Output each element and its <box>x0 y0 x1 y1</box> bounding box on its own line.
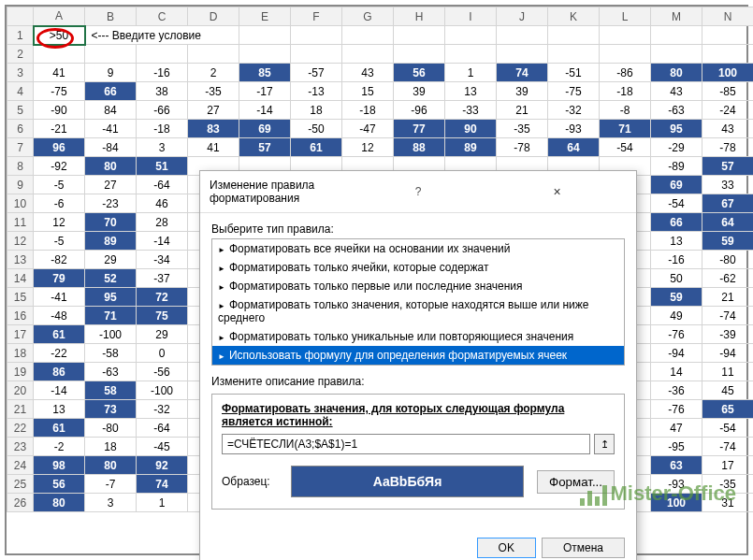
cell[interactable]: 89 <box>445 138 497 157</box>
cell[interactable]: -41 <box>85 120 137 138</box>
cell[interactable]: 1 <box>137 494 188 512</box>
ok-button[interactable]: OK <box>477 538 536 558</box>
cell[interactable]: -16 <box>651 251 702 269</box>
cell[interactable]: 0 <box>137 344 188 363</box>
cell[interactable]: -56 <box>137 363 188 381</box>
cell[interactable]: 92 <box>137 456 188 475</box>
cell[interactable]: 64 <box>702 213 754 232</box>
cell[interactable]: 43 <box>342 64 394 82</box>
cell[interactable]: -57 <box>291 64 342 82</box>
cell[interactable] <box>497 26 548 45</box>
column-header-N[interactable]: N <box>702 7 754 26</box>
cell[interactable] <box>497 45 548 64</box>
row-header-14[interactable]: 14 <box>7 269 34 288</box>
cell[interactable]: 61 <box>34 419 85 438</box>
rule-type-option[interactable]: Форматировать только значения, которые н… <box>212 295 624 327</box>
row-header-12[interactable]: 12 <box>7 232 34 251</box>
cell[interactable]: -23 <box>85 194 137 213</box>
row-header-24[interactable]: 24 <box>7 456 34 475</box>
column-header-K[interactable]: K <box>548 7 600 26</box>
cell[interactable]: 90 <box>445 120 497 138</box>
cell[interactable]: 59 <box>702 232 754 251</box>
cell[interactable]: -76 <box>651 400 702 419</box>
cell[interactable]: -16 <box>137 64 188 82</box>
cell[interactable] <box>651 26 702 45</box>
column-header-A[interactable]: A <box>34 7 85 26</box>
cell[interactable]: -76 <box>651 325 702 344</box>
cell[interactable] <box>34 45 85 64</box>
cell[interactable]: -80 <box>85 419 137 438</box>
cell[interactable]: -93 <box>548 120 600 138</box>
cell[interactable] <box>291 45 342 64</box>
cell[interactable]: 66 <box>651 213 702 232</box>
cell[interactable]: -94 <box>702 344 754 363</box>
formula-input[interactable] <box>222 434 590 454</box>
row-header-11[interactable]: 11 <box>7 213 34 232</box>
cell[interactable]: -64 <box>137 419 188 438</box>
cell[interactable]: 9 <box>85 64 137 82</box>
row-header-2[interactable]: 2 <box>7 45 34 64</box>
cell[interactable] <box>291 26 342 45</box>
cell[interactable]: 80 <box>651 64 702 82</box>
cell[interactable]: 15 <box>342 82 394 101</box>
cell[interactable]: 69 <box>651 176 702 194</box>
cell[interactable]: 100 <box>651 494 702 512</box>
cell[interactable]: 11 <box>702 363 754 381</box>
cell[interactable]: 31 <box>702 494 754 512</box>
cell[interactable]: -14 <box>239 101 291 120</box>
cell[interactable]: 13 <box>445 82 497 101</box>
column-header-B[interactable]: B <box>85 7 137 26</box>
cell[interactable]: 3 <box>137 138 188 157</box>
cell[interactable]: -86 <box>600 64 651 82</box>
cell[interactable]: -5 <box>34 176 85 194</box>
column-header-E[interactable]: E <box>239 7 291 26</box>
cell[interactable]: 2 <box>188 64 239 82</box>
cell[interactable]: 13 <box>34 400 85 419</box>
cell[interactable]: -94 <box>651 344 702 363</box>
cell[interactable]: -34 <box>137 251 188 269</box>
cell[interactable]: -48 <box>34 307 85 325</box>
cell[interactable]: 43 <box>702 120 754 138</box>
row-header-3[interactable]: 3 <box>7 64 34 82</box>
cell[interactable] <box>548 26 600 45</box>
cell[interactable]: -22 <box>34 344 85 363</box>
row-header-19[interactable]: 19 <box>7 363 34 381</box>
cell[interactable] <box>548 45 600 64</box>
rule-type-option[interactable]: Форматировать все ячейки на основании их… <box>212 239 624 258</box>
row-header-22[interactable]: 22 <box>7 419 34 438</box>
cell[interactable]: 45 <box>702 381 754 400</box>
row-header-26[interactable]: 26 <box>7 494 34 512</box>
cell[interactable]: -96 <box>394 101 445 120</box>
cell[interactable] <box>702 45 754 64</box>
cell[interactable]: 46 <box>137 194 188 213</box>
cell[interactable]: 28 <box>137 213 188 232</box>
cell[interactable]: -93 <box>651 475 702 494</box>
row-header-6[interactable]: 6 <box>7 120 34 138</box>
cell[interactable] <box>137 45 188 64</box>
cell[interactable]: -14 <box>137 232 188 251</box>
help-button[interactable]: ? <box>349 185 488 198</box>
cell[interactable]: -18 <box>600 82 651 101</box>
cell[interactable]: 49 <box>651 307 702 325</box>
rule-type-option[interactable]: Форматировать только уникальные или повт… <box>212 327 624 346</box>
cell[interactable]: 80 <box>34 494 85 512</box>
cell[interactable]: -84 <box>85 138 137 157</box>
cell[interactable]: 72 <box>137 288 188 307</box>
corner-cell[interactable] <box>7 7 34 26</box>
cell[interactable] <box>600 45 651 64</box>
cell[interactable]: 57 <box>239 138 291 157</box>
cell[interactable]: 52 <box>85 269 137 288</box>
cell[interactable]: -29 <box>651 138 702 157</box>
cell[interactable]: -47 <box>342 120 394 138</box>
cell[interactable]: 56 <box>394 64 445 82</box>
row-header-7[interactable]: 7 <box>7 138 34 157</box>
cell[interactable]: -21 <box>34 120 85 138</box>
cell[interactable]: -54 <box>600 138 651 157</box>
column-header-C[interactable]: C <box>137 7 188 26</box>
cell[interactable]: 64 <box>548 138 600 157</box>
column-header-J[interactable]: J <box>497 7 548 26</box>
cell[interactable] <box>394 26 445 45</box>
column-header-M[interactable]: M <box>651 7 702 26</box>
cell[interactable]: -50 <box>291 120 342 138</box>
column-header-G[interactable]: G <box>342 7 394 26</box>
